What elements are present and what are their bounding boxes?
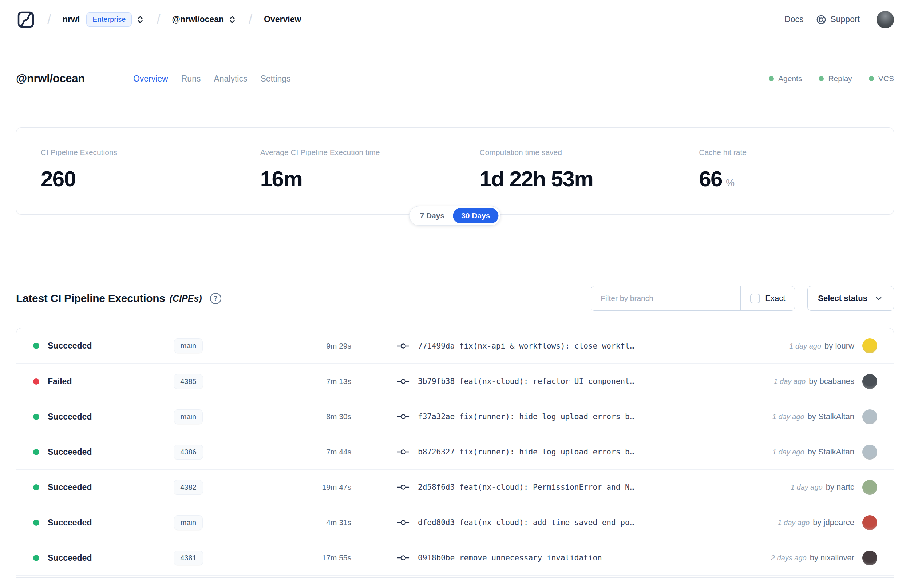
stat-card-label: Cache hit rate (699, 148, 894, 157)
nx-cloud-logo-icon[interactable] (16, 10, 36, 29)
tab-overview[interactable]: Overview (133, 74, 168, 84)
range-option-30-days[interactable]: 30 Days (453, 208, 498, 223)
breadcrumb-page[interactable]: Overview (264, 15, 301, 24)
status-label: Succeeded (48, 447, 92, 457)
service-status-label: VCS (878, 74, 894, 83)
divider (752, 68, 752, 89)
breadcrumb-separator: / (157, 12, 160, 27)
meta-cell: 1 day agoby jdpearce (777, 518, 854, 527)
commit-icon (397, 483, 410, 491)
author-avatar (862, 551, 877, 565)
meta-cell: 2 days agoby nixallover (771, 553, 854, 562)
time-ago-label: 1 day ago (773, 448, 805, 456)
commit-icon (397, 553, 410, 562)
workspace-title: @nrwl/ocean (16, 72, 85, 85)
service-status-label: Replay (828, 74, 852, 83)
commit-message[interactable]: f37a32ae fix(runner): hide log upload er… (418, 412, 634, 421)
status-label: Succeeded (48, 341, 92, 351)
stat-card: Average CI Pipeline Execution time16m (236, 128, 455, 214)
org-selector-icon[interactable] (136, 15, 145, 24)
stat-card-value: 260 (41, 166, 236, 191)
table-row[interactable]: Succeeded43867m 44s b8726327 fix(runner)… (16, 434, 894, 469)
help-icon[interactable]: ? (210, 293, 221, 304)
user-avatar[interactable] (876, 11, 894, 28)
service-status-replay[interactable]: Replay (819, 74, 852, 83)
docs-link[interactable]: Docs (784, 15, 803, 24)
breadcrumb: / nrwl Enterprise / @nrwl/ocean / Overvi… (16, 10, 301, 29)
author-label: by jdpearce (813, 518, 854, 527)
breadcrumb-separator: / (47, 12, 51, 27)
commit-message[interactable]: 3b79fb38 feat(nx-cloud): refactor UI com… (418, 377, 634, 386)
branch-cell: main (157, 515, 220, 530)
status-cell: Succeeded (16, 553, 157, 563)
branch-badge[interactable]: main (174, 409, 203, 424)
commit-icon (397, 412, 410, 421)
duration-label: 4m 31s (220, 518, 351, 527)
branch-filter-group: Exact (591, 286, 795, 311)
commit-cell: 3b79fb38 feat(nx-cloud): refactor UI com… (351, 377, 774, 386)
stat-card-value: 16m (260, 166, 455, 191)
commit-message[interactable]: dfed80d3 feat(nx-cloud): add time-saved … (418, 518, 634, 527)
tab-analytics[interactable]: Analytics (214, 74, 247, 84)
stat-card-label: CI Pipeline Executions (41, 148, 236, 157)
branch-badge[interactable]: 4381 (174, 551, 203, 565)
branch-badge[interactable]: main (174, 515, 203, 530)
service-status-agents[interactable]: Agents (769, 74, 802, 83)
branch-filter-input[interactable] (591, 286, 740, 310)
commit-message[interactable]: b8726327 fix(runner): hide log upload er… (418, 447, 634, 456)
branch-badge[interactable]: 4385 (174, 374, 203, 389)
commit-message[interactable]: 771499da fix(nx-api & workflows): close … (418, 342, 634, 351)
table-row[interactable]: Succeeded438117m 55s 0918b0be remove unn… (16, 540, 894, 575)
chevron-down-icon (874, 294, 883, 303)
table-row[interactable]: Succeeded438219m 47s 2d58f6d3 feat(nx-cl… (16, 469, 894, 505)
status-cell: Succeeded (16, 518, 157, 528)
branch-cell: 4381 (157, 551, 220, 565)
table-row[interactable]: Failed43857m 13s 3b79fb38 feat(nx-cloud)… (16, 363, 894, 399)
divider (109, 68, 109, 89)
workspace-selector-icon[interactable] (228, 15, 237, 24)
author-label: by StalkAltan (808, 447, 854, 457)
service-status-vcs[interactable]: VCS (869, 74, 894, 83)
date-range-toggle: 7 Days30 Days (409, 206, 501, 226)
commit-cell: dfed80d3 feat(nx-cloud): add time-saved … (351, 518, 777, 527)
tab-runs[interactable]: Runs (181, 74, 201, 84)
status-cell: Failed (16, 376, 157, 386)
enterprise-badge[interactable]: Enterprise (86, 12, 132, 27)
commit-message[interactable]: 0918b0be remove unnecessary invalidation (418, 553, 602, 562)
author-avatar (862, 374, 877, 389)
breadcrumb-workspace[interactable]: @nrwl/ocean (172, 15, 224, 24)
status-dot-icon (769, 76, 774, 81)
commit-cell: f37a32ae fix(runner): hide log upload er… (351, 412, 773, 421)
meta-cell: 1 day agoby StalkAltan (773, 412, 854, 422)
exact-label[interactable]: Exact (765, 294, 785, 303)
status-select[interactable]: Select status (807, 286, 894, 311)
table-row[interactable]: Succeededmain8m 30s f37a32ae fix(runner)… (16, 399, 894, 434)
commit-icon (397, 377, 410, 386)
support-link[interactable]: Support (816, 14, 860, 25)
duration-label: 17m 55s (220, 553, 351, 562)
branch-badge[interactable]: 4386 (174, 445, 203, 460)
duration-label: 7m 13s (220, 377, 351, 386)
commit-message[interactable]: 2d58f6d3 feat(nx-cloud): PermissionError… (418, 483, 634, 491)
exact-checkbox[interactable] (750, 294, 760, 304)
commit-cell: 0918b0be remove unnecessary invalidation (351, 553, 771, 562)
top-navbar: / nrwl Enterprise / @nrwl/ocean / Overvi… (0, 0, 910, 39)
status-cell: Succeeded (16, 447, 157, 457)
breadcrumb-separator: / (249, 12, 252, 27)
branch-badge[interactable]: main (174, 338, 203, 353)
meta-cell: 1 day agoby nartc (790, 483, 854, 492)
duration-label: 8m 30s (220, 412, 351, 421)
tab-settings[interactable]: Settings (260, 74, 291, 84)
table-row[interactable]: Succeededmain4m 31s dfed80d3 feat(nx-clo… (16, 505, 894, 540)
next-row-partial (16, 575, 894, 577)
breadcrumb-org[interactable]: nrwl (63, 15, 80, 24)
meta-cell: 1 day agoby lourw (789, 341, 854, 351)
status-label: Failed (48, 376, 72, 386)
status-cell: Succeeded (16, 483, 157, 492)
branch-badge[interactable]: 4382 (174, 480, 203, 495)
table-row[interactable]: Succeededmain9m 29s 771499da fix(nx-api … (16, 328, 894, 363)
author-label: by nartc (826, 483, 854, 492)
author-avatar (862, 338, 877, 353)
status-cell: Succeeded (16, 412, 157, 422)
range-option-7-days[interactable]: 7 Days (411, 208, 453, 223)
